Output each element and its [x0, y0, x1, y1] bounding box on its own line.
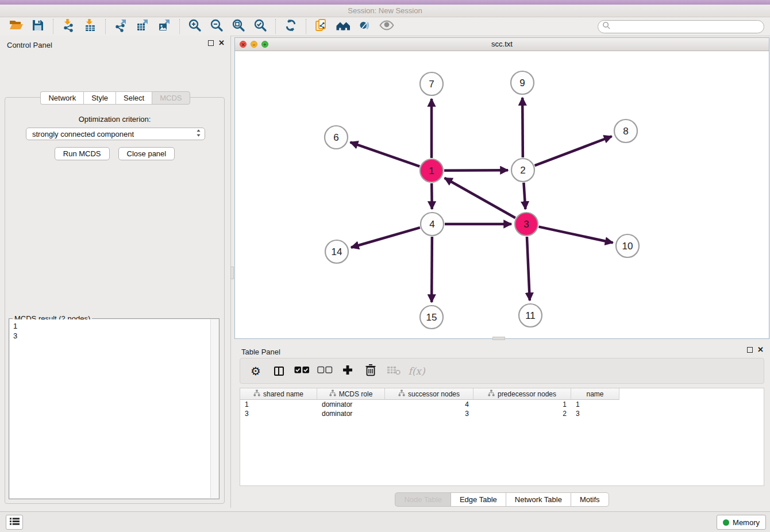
cell-shared-name[interactable]: 1 [240, 400, 317, 409]
zoom-out-button[interactable] [206, 18, 227, 34]
cell-successor-nodes[interactable]: 4 [385, 400, 473, 409]
graph-node-4[interactable]: 4 [421, 213, 444, 236]
close-view-icon[interactable]: ✕ [240, 41, 247, 48]
export-table-icon [136, 18, 149, 34]
criterion-dropdown[interactable]: strongly connected component [26, 128, 205, 140]
minimize-view-icon[interactable]: − [251, 41, 257, 48]
export-network-button[interactable] [110, 18, 131, 34]
tab-style[interactable]: Style [83, 91, 116, 105]
cell-shared-name[interactable]: 3 [240, 409, 317, 418]
graph-node-15[interactable]: 15 [420, 306, 443, 329]
edge-4-14[interactable] [351, 228, 420, 248]
delete-column-button[interactable] [385, 363, 402, 380]
select-all-columns-button[interactable] [293, 363, 310, 380]
tab-edge-table[interactable]: Edge Table [451, 492, 506, 507]
mcds-result-scrollbar[interactable] [210, 319, 218, 498]
delete-selected-button[interactable] [362, 363, 379, 380]
edge-1-6[interactable] [351, 142, 420, 167]
select-all-icon [294, 366, 310, 376]
graph-node-3[interactable]: 3 [515, 213, 538, 236]
column-header-shared-name[interactable]: shared name [240, 388, 317, 400]
import-table-button[interactable] [80, 18, 101, 34]
network-graph-canvas[interactable]: 7968124314101511 [235, 51, 769, 338]
run-mcds-button[interactable]: Run MCDS [55, 147, 110, 160]
memory-button[interactable]: Memory [717, 515, 766, 530]
graph-node-8[interactable]: 8 [614, 119, 637, 142]
cell-predecessor-nodes[interactable]: 2 [473, 409, 571, 418]
refresh-layout-button[interactable] [280, 18, 301, 34]
graph-node-9[interactable]: 9 [511, 71, 534, 94]
table-row[interactable]: 3dominator323 [240, 409, 764, 418]
hide-panel-button[interactable] [376, 18, 397, 34]
tab-node-table[interactable]: Node Table [395, 492, 451, 507]
edge-2-8[interactable] [535, 136, 612, 165]
float-panel-icon[interactable] [747, 347, 753, 353]
edge-3-10[interactable] [539, 227, 613, 243]
edge-3-1[interactable] [445, 178, 515, 218]
edge-3-11[interactable] [527, 237, 530, 300]
export-table-button[interactable] [132, 18, 153, 34]
graph-node-10[interactable]: 10 [616, 234, 639, 257]
control-panel: Control Panel ✕ NetworkStyleSelectMCDS O… [0, 36, 231, 508]
column-header-MCDS-role[interactable]: MCDS role [317, 388, 385, 400]
tab-motifs[interactable]: Motifs [571, 492, 609, 507]
close-panel-button[interactable]: Close panel [118, 147, 175, 160]
float-panel-icon[interactable] [208, 40, 214, 46]
column-header-name[interactable]: name [571, 388, 619, 400]
clone-network-button[interactable] [311, 18, 332, 34]
export-image-button[interactable] [154, 18, 175, 34]
edge-2-9[interactable] [522, 98, 523, 157]
graph-node-14[interactable]: 14 [325, 240, 348, 263]
search-field[interactable] [598, 20, 764, 33]
graph-node-1[interactable]: 1 [420, 159, 443, 182]
graph-node-11[interactable]: 11 [519, 304, 542, 327]
import-network-icon [61, 18, 75, 34]
graph-node-7[interactable]: 7 [420, 72, 443, 95]
vizmapper-button[interactable] [355, 18, 375, 34]
tab-select[interactable]: Select [116, 91, 152, 105]
table-settings-button[interactable]: ⚙ [247, 363, 264, 380]
open-file-button[interactable] [6, 18, 26, 34]
maximize-view-icon[interactable]: + [261, 41, 268, 48]
edge-2-3[interactable] [523, 183, 525, 209]
edge-1-2[interactable] [444, 170, 508, 171]
toolbar-separator [275, 19, 276, 34]
unselect-all-columns-button[interactable] [316, 363, 333, 380]
horizontal-splitter-handle[interactable] [492, 337, 505, 340]
column-header-successor-nodes[interactable]: successor nodes [385, 388, 473, 400]
zoom-in-button[interactable] [184, 18, 205, 34]
svg-text:15: 15 [426, 312, 437, 323]
vertical-splitter-handle[interactable] [230, 267, 234, 279]
cell-predecessor-nodes[interactable]: 1 [473, 400, 571, 409]
close-panel-icon[interactable]: ✕ [757, 346, 764, 353]
tab-network[interactable]: Network [40, 91, 83, 105]
save-session-button[interactable] [28, 18, 48, 34]
cell-successor-nodes[interactable]: 3 [385, 409, 473, 418]
split-panel-button[interactable] [270, 363, 287, 380]
home-layout-button[interactable] [333, 18, 353, 34]
zoom-fit-button[interactable] [228, 18, 249, 34]
search-input[interactable] [611, 22, 760, 30]
column-type-icon [488, 390, 495, 398]
tab-mcds[interactable]: MCDS [152, 91, 190, 105]
node-table-body: 1dominator4113dominator323 [240, 400, 764, 418]
cell-name[interactable]: 3 [571, 409, 619, 418]
cell-MCDS-role[interactable]: dominator [317, 400, 385, 409]
import-network-button[interactable] [58, 18, 79, 34]
function-builder-button[interactable]: f(x) [408, 363, 425, 380]
cell-MCDS-role[interactable]: dominator [317, 409, 385, 418]
task-history-button[interactable] [6, 515, 23, 530]
graph-node-6[interactable]: 6 [325, 126, 348, 149]
graph-node-2[interactable]: 2 [511, 159, 534, 182]
tab-network-table[interactable]: Network Table [506, 492, 571, 507]
column-header-predecessor-nodes[interactable]: predecessor nodes [473, 388, 571, 400]
zoom-selected-button[interactable] [250, 18, 271, 34]
column-type-icon [253, 390, 260, 398]
vizmapper-icon [358, 18, 372, 34]
add-column-button[interactable] [339, 363, 356, 380]
mcds-result-line: 1 [13, 321, 207, 331]
table-row[interactable]: 1dominator411 [240, 400, 764, 409]
edge-4-15[interactable] [432, 237, 432, 302]
close-panel-icon[interactable]: ✕ [218, 40, 225, 47]
cell-name[interactable]: 1 [571, 400, 619, 409]
